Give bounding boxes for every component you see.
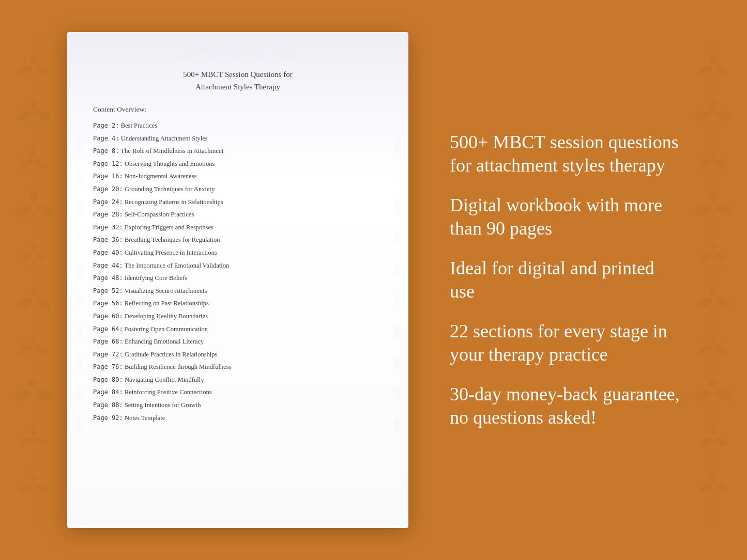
svg-point-80	[280, 50, 300, 63]
svg-point-98	[394, 356, 400, 369]
toc-item: Page 72: Gratitude Practices in Relation…	[93, 349, 383, 361]
toc-item: Page 16: Non-Judgmental Awareness	[93, 170, 383, 182]
content-overview-label: Content Overview:	[93, 105, 383, 114]
document-card: 500+ MBCT Session Questions for Attachme…	[67, 32, 408, 528]
toc-item: Page 40: Cultivating Presence in Interac…	[93, 247, 383, 259]
table-of-contents: Page 2: Best PracticesPage 4: Understand…	[93, 120, 383, 424]
toc-item: Page 2: Best Practices	[93, 120, 383, 132]
toc-item: Page 24: Recognizing Patterns in Relatio…	[93, 196, 383, 208]
toc-item: Page 32: Exploring Triggers and Response…	[93, 222, 383, 234]
toc-item: Page 64: Fostering Open Communication	[93, 323, 383, 335]
svg-point-92	[394, 170, 400, 183]
svg-point-81	[75, 138, 83, 153]
svg-point-78	[266, 41, 283, 56]
toc-item: Page 56: Reflecting on Past Relationship…	[93, 298, 383, 309]
svg-point-75	[206, 45, 228, 62]
svg-point-89	[75, 386, 83, 401]
svg-point-96	[394, 294, 400, 307]
svg-point-88	[76, 356, 82, 369]
svg-point-95	[393, 262, 401, 277]
svg-point-84	[76, 232, 82, 245]
svg-point-103	[245, 495, 264, 509]
doc-decoration-bottom	[160, 487, 315, 523]
toc-item: Page 12: Observing Thoughts and Emotions	[93, 158, 383, 170]
doc-side-deco-right	[391, 125, 402, 435]
svg-point-83	[75, 200, 83, 215]
feature-text-0: 500+ MBCT session questions for attachme…	[450, 131, 680, 177]
toc-item: Page 84: Reinforcing Positive Connection…	[93, 386, 383, 398]
feature-text-2: Ideal for digital and printed use	[450, 257, 680, 303]
svg-point-82	[76, 170, 82, 183]
toc-item: Page 28: Self-Compassion Practices	[93, 209, 383, 221]
svg-point-106	[188, 499, 203, 509]
svg-point-77	[193, 41, 210, 56]
toc-item: Page 20: Grounding Techniques for Anxiet…	[93, 183, 383, 195]
svg-point-74	[230, 46, 246, 61]
toc-item: Page 52: Visualizing Secure Attachments	[93, 285, 383, 297]
doc-decoration-top	[134, 32, 341, 79]
svg-point-93	[393, 200, 401, 215]
svg-point-99	[393, 386, 401, 401]
feature-text-3: 22 sections for every stage in your ther…	[450, 320, 680, 366]
toc-item: Page 4: Understanding Attachment Styles	[93, 133, 383, 145]
svg-point-107	[272, 499, 288, 509]
svg-point-102	[212, 495, 231, 509]
toc-item: Page 68: Enhancing Emotional Literacy	[93, 336, 383, 348]
svg-point-91	[393, 138, 401, 153]
toc-item: Page 60: Developing Healthy Boundaries	[93, 310, 383, 322]
svg-point-85	[75, 262, 83, 277]
svg-point-100	[394, 418, 400, 431]
svg-point-101	[232, 496, 244, 508]
toc-item: Page 92: Notes Template	[93, 412, 383, 424]
svg-point-90	[76, 418, 82, 431]
svg-point-79	[176, 50, 196, 63]
feature-text-4: 30-day money-back guarantee, no question…	[450, 383, 680, 429]
svg-point-94	[394, 232, 400, 245]
main-container: 500+ MBCT Session Questions for Attachme…	[0, 0, 747, 560]
doc-side-deco-left	[73, 125, 84, 435]
toc-item: Page 8: The Role of Mindfulness in Attac…	[93, 145, 383, 157]
toc-item: Page 88: Setting Intentions for Growth	[93, 399, 383, 411]
svg-point-87	[75, 324, 83, 339]
toc-item: Page 80: Navigating Conflict Mindfully	[93, 374, 383, 386]
svg-point-76	[247, 45, 270, 62]
toc-item: Page 36: Breathing Techniques for Regula…	[93, 234, 383, 246]
toc-item: Page 76: Building Resilience through Min…	[93, 361, 383, 373]
svg-point-86	[76, 294, 82, 307]
toc-item: Page 48: Identifying Core Beliefs	[93, 272, 383, 284]
right-panel: 500+ MBCT session questions for attachme…	[439, 131, 680, 429]
toc-item: Page 44: The Importance of Emotional Val…	[93, 260, 383, 272]
feature-text-1: Digital workbook with more than 90 pages	[450, 194, 680, 240]
svg-point-97	[393, 324, 401, 339]
